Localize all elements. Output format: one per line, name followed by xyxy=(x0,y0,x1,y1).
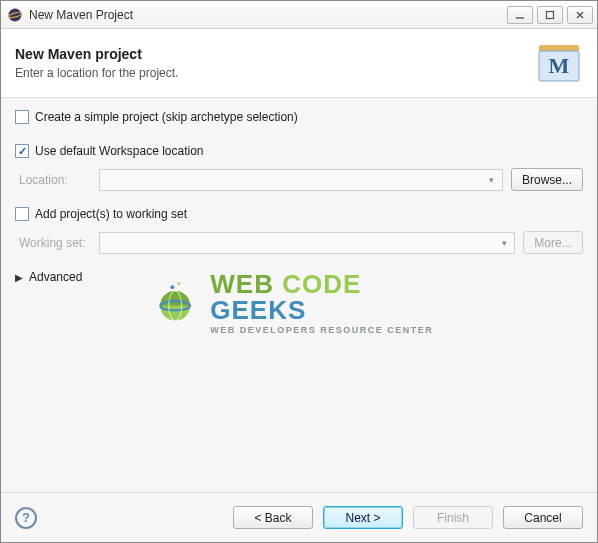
maven-icon: M xyxy=(535,39,583,87)
help-icon[interactable]: ? xyxy=(15,507,37,529)
header-text: New Maven project Enter a location for t… xyxy=(15,46,535,80)
chevron-down-icon: ▾ xyxy=(484,172,500,188)
wizard-window: New Maven Project New Maven project Ente… xyxy=(0,0,598,543)
location-row: Location: ▾ Browse... xyxy=(19,168,583,191)
working-set-chk-label: Add project(s) to working set xyxy=(35,207,187,221)
more-button[interactable]: More... xyxy=(523,231,583,254)
advanced-expander[interactable]: ▶ Advanced xyxy=(15,270,583,284)
svg-point-10 xyxy=(160,301,190,310)
location-combo: ▾ xyxy=(99,169,503,191)
wizard-header: New Maven project Enter a location for t… xyxy=(1,29,597,98)
next-button[interactable]: Next > xyxy=(323,506,403,529)
svg-point-11 xyxy=(169,291,182,321)
default-workspace-label: Use default Workspace location xyxy=(35,144,204,158)
chevron-down-icon: ▾ xyxy=(496,235,512,251)
simple-project-label: Create a simple project (skip archetype … xyxy=(35,110,298,124)
svg-point-9 xyxy=(160,291,190,321)
working-set-chk-row: Add project(s) to working set xyxy=(15,207,583,221)
default-workspace-row: Use default Workspace location xyxy=(15,144,583,158)
expand-triangle-icon: ▶ xyxy=(15,272,23,283)
svg-point-12 xyxy=(170,285,174,289)
maximize-button[interactable] xyxy=(537,6,563,24)
titlebar: New Maven Project xyxy=(1,1,597,29)
location-label: Location: xyxy=(19,173,91,187)
working-set-label: Working set: xyxy=(19,236,91,250)
page-title: New Maven project xyxy=(15,46,535,62)
working-set-checkbox[interactable] xyxy=(15,207,29,221)
page-description: Enter a location for the project. xyxy=(15,66,535,80)
window-controls xyxy=(507,6,593,24)
simple-project-row: Create a simple project (skip archetype … xyxy=(15,110,583,124)
minimize-button[interactable] xyxy=(507,6,533,24)
wizard-footer: ? < Back Next > Finish Cancel xyxy=(1,492,597,542)
eclipse-icon xyxy=(7,7,23,23)
advanced-label: Advanced xyxy=(29,270,82,284)
working-set-combo: ▾ xyxy=(99,232,515,254)
finish-button[interactable]: Finish xyxy=(413,506,493,529)
simple-project-checkbox[interactable] xyxy=(15,110,29,124)
back-button[interactable]: < Back xyxy=(233,506,313,529)
working-set-row: Working set: ▾ More... xyxy=(19,231,583,254)
browse-button[interactable]: Browse... xyxy=(511,168,583,191)
default-workspace-checkbox[interactable] xyxy=(15,144,29,158)
svg-text:M: M xyxy=(549,53,570,78)
close-button[interactable] xyxy=(567,6,593,24)
window-title: New Maven Project xyxy=(29,8,501,22)
wizard-body: Create a simple project (skip archetype … xyxy=(1,98,597,492)
svg-rect-3 xyxy=(547,11,554,18)
cancel-button[interactable]: Cancel xyxy=(503,506,583,529)
watermark-subtitle: WEB DEVELOPERS RESOURCE CENTER xyxy=(210,326,448,335)
